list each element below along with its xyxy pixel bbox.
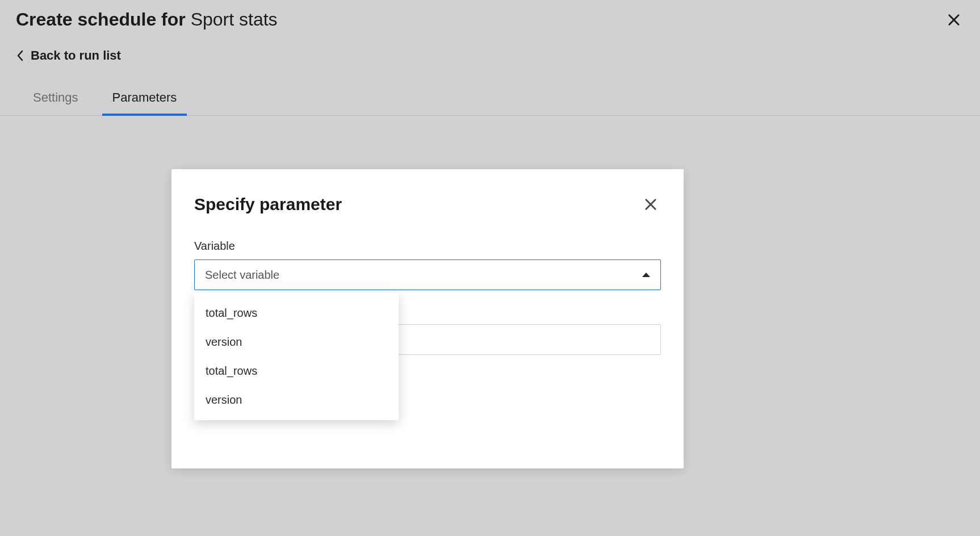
dropdown-option[interactable]: total_rows xyxy=(194,299,399,328)
modal-close-button[interactable] xyxy=(640,194,661,215)
modal-title: Specify parameter xyxy=(194,195,342,214)
specify-parameter-modal: Specify parameter Variable Select variab… xyxy=(171,169,684,468)
dropdown-option[interactable]: version xyxy=(194,328,399,357)
tab-settings[interactable]: Settings xyxy=(33,90,78,115)
dropdown-option[interactable]: version xyxy=(194,386,399,414)
variable-dropdown: total_rows version total_rows version xyxy=(194,293,399,420)
close-button[interactable] xyxy=(944,10,964,30)
chevron-left-icon xyxy=(16,49,25,62)
variable-label: Variable xyxy=(194,240,661,253)
back-link-label: Back to run list xyxy=(31,48,121,63)
close-icon xyxy=(946,12,962,28)
dropdown-option[interactable]: total_rows xyxy=(194,357,399,386)
tabs: Settings Parameters xyxy=(0,69,980,116)
variable-select[interactable]: Select variable xyxy=(194,259,661,290)
variable-select-placeholder: Select variable xyxy=(205,269,279,282)
close-icon xyxy=(643,196,659,212)
back-link[interactable]: Back to run list xyxy=(0,36,980,69)
page-title: Create schedule for Sport stats xyxy=(16,9,278,30)
tab-parameters[interactable]: Parameters xyxy=(112,90,177,115)
caret-up-icon xyxy=(642,273,650,277)
page-title-prefix: Create schedule for xyxy=(16,9,186,30)
page-title-subject: Sport stats xyxy=(191,9,278,30)
